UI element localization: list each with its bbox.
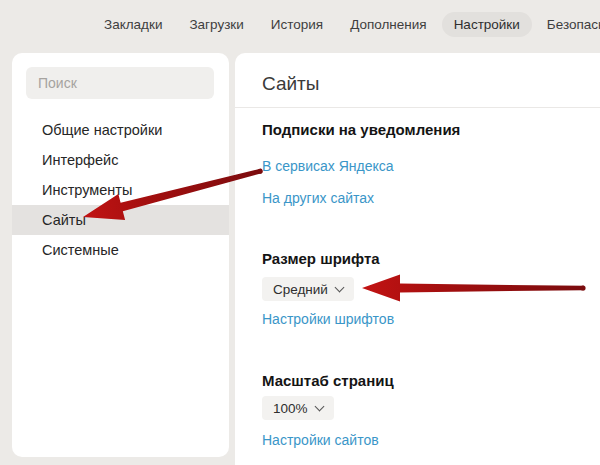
- search-input[interactable]: [26, 67, 214, 99]
- sidebar-item-sites[interactable]: Сайты: [12, 205, 229, 235]
- tab-security[interactable]: Безопасность: [535, 12, 600, 37]
- chevron-down-icon: [334, 282, 344, 292]
- font-size-dropdown[interactable]: Средний: [262, 277, 354, 301]
- notifications-heading: Подписки на уведомления: [262, 121, 460, 138]
- chevron-down-icon: [314, 401, 324, 411]
- title-divider: [235, 107, 600, 108]
- sidebar-item-system[interactable]: Системные: [12, 235, 229, 265]
- page-zoom-dropdown-value: 100%: [273, 401, 308, 416]
- link-font-settings[interactable]: Настройки шрифтов: [262, 311, 394, 327]
- sidebar-item-interface[interactable]: Интерфейс: [12, 145, 229, 175]
- page-zoom-heading: Масштаб страниц: [262, 372, 394, 389]
- tab-settings[interactable]: Настройки: [442, 12, 532, 37]
- tab-downloads[interactable]: Загрузки: [177, 12, 255, 37]
- sidebar-item-general[interactable]: Общие настройки: [12, 115, 229, 145]
- link-yandex-services[interactable]: В сервисах Яндекса: [262, 158, 394, 174]
- settings-sidebar: Общие настройки Интерфейс Инструменты Са…: [12, 53, 229, 457]
- page-zoom-dropdown[interactable]: 100%: [262, 396, 334, 420]
- sidebar-item-tools[interactable]: Инструменты: [12, 175, 229, 205]
- tab-bookmarks[interactable]: Закладки: [92, 12, 174, 37]
- link-other-sites[interactable]: На других сайтах: [262, 190, 374, 206]
- sidebar-menu: Общие настройки Интерфейс Инструменты Са…: [12, 115, 229, 265]
- settings-content: Сайты Подписки на уведомления В сервисах…: [235, 53, 600, 465]
- tab-addons[interactable]: Дополнения: [338, 12, 438, 37]
- link-site-settings[interactable]: Настройки сайтов: [262, 432, 379, 448]
- page-title: Сайты: [262, 73, 319, 95]
- tab-history[interactable]: История: [259, 12, 335, 37]
- settings-tabbar: Закладки Загрузки История Дополнения Нас…: [0, 0, 600, 48]
- font-size-dropdown-value: Средний: [273, 282, 328, 297]
- font-size-heading: Размер шрифта: [262, 250, 380, 267]
